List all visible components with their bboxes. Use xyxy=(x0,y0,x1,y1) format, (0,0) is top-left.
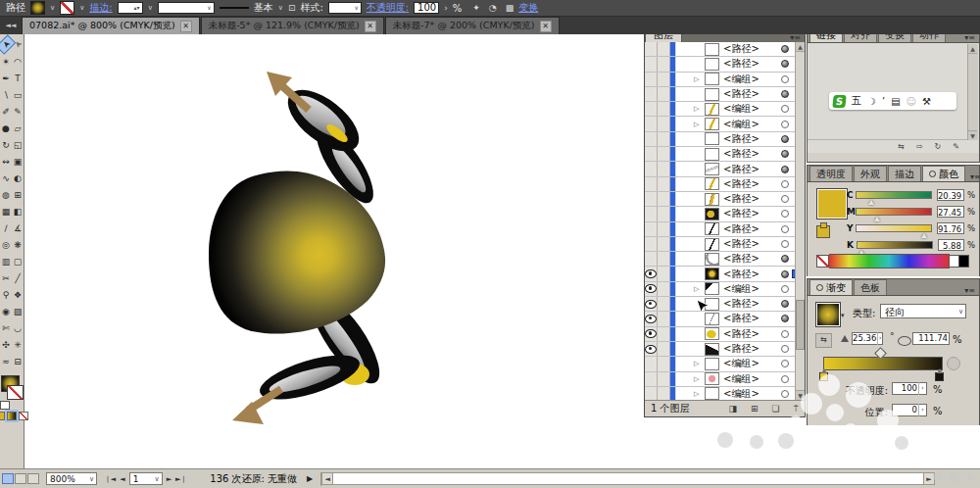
align-panel-icon[interactable]: ▩ xyxy=(506,3,514,13)
none-mode-button[interactable] xyxy=(19,412,28,420)
target-circle-icon[interactable] xyxy=(781,121,789,128)
visibility-cell[interactable] xyxy=(645,357,658,370)
channel-slider[interactable] xyxy=(856,191,931,199)
tool-hand[interactable]: ❖ xyxy=(12,286,24,303)
tool-print-tiling[interactable]: ⊟ xyxy=(12,353,24,369)
tool-wrinkle[interactable]: ≈ xyxy=(0,353,12,369)
scrollbar-track[interactable] xyxy=(333,472,923,485)
expand-triangle-icon[interactable]: ▷ xyxy=(694,390,705,398)
relink-icon[interactable]: ⇆ xyxy=(898,142,905,151)
document-tab-2[interactable]: 未标题-5* @ 121.9% (CMYK/预览)✕ xyxy=(201,17,384,34)
gradient-type-select[interactable]: 径向 ∨ xyxy=(880,304,966,318)
layer-row-main[interactable]: ▷<编组> xyxy=(676,372,805,386)
gradient-position-input[interactable]: 0› xyxy=(892,404,927,416)
layer-row[interactable]: ▷<路径> xyxy=(645,297,805,312)
visibility-cell[interactable] xyxy=(645,237,658,251)
channel-value-input[interactable]: 27.45 xyxy=(937,206,964,218)
tool-live-paint-bucket[interactable]: ◉ xyxy=(0,303,12,319)
layer-row[interactable]: ▷<路径> xyxy=(645,132,805,147)
edit-original-icon[interactable]: ✎ xyxy=(953,142,959,151)
layers-scrollbar[interactable]: ▲ ▼ xyxy=(795,42,805,400)
tool-eraser[interactable]: ▱ xyxy=(12,120,24,136)
lock-cell[interactable] xyxy=(658,237,670,251)
gradient-angle-input[interactable]: 25.36› xyxy=(852,332,883,345)
expand-triangle-icon[interactable]: ▷ xyxy=(694,375,705,383)
layers-panel-menu-icon[interactable]: ▾≡ xyxy=(786,33,805,42)
gradient-mode-button[interactable] xyxy=(7,412,17,420)
stroke-weight-stepper[interactable]: ▴▾ xyxy=(118,2,143,14)
last-artboard-icon[interactable]: ►❘ xyxy=(175,475,186,483)
target-circle-icon[interactable] xyxy=(781,315,789,322)
target-circle-icon[interactable] xyxy=(781,225,789,233)
panel-menu-icon[interactable]: ▾≡ xyxy=(960,286,979,295)
layer-row[interactable]: ▷<编组> xyxy=(645,117,805,131)
target-circle-icon[interactable] xyxy=(781,390,789,398)
target-circle-icon[interactable] xyxy=(781,180,789,188)
target-circle-icon[interactable] xyxy=(781,240,789,248)
tool-join[interactable]: ◡ xyxy=(12,319,24,336)
target-circle-icon[interactable] xyxy=(781,285,789,293)
visibility-cell[interactable] xyxy=(645,162,658,175)
layer-row[interactable]: ▷<路径> xyxy=(645,327,805,342)
ime-account-icon[interactable]: ☺ xyxy=(906,96,916,107)
layer-row-main[interactable]: ▷<路径> xyxy=(676,252,805,266)
visibility-cell[interactable] xyxy=(645,387,658,400)
layer-row[interactable]: ▷<路径> xyxy=(645,207,805,221)
visibility-cell[interactable] xyxy=(645,42,658,56)
tool-scissors[interactable]: ✄ xyxy=(0,319,12,336)
artboard-number-select[interactable]: 1 ∨ xyxy=(129,472,163,485)
isolate-icon[interactable]: ✦ xyxy=(472,3,480,13)
channel-value-input[interactable]: 5.88 xyxy=(938,239,964,251)
gradient-preset-dropdown-icon[interactable]: ▾ xyxy=(841,312,845,319)
target-circle-icon[interactable] xyxy=(781,375,789,383)
tab-gradient-2[interactable]: 色板 xyxy=(854,279,887,295)
status-popup-icon[interactable]: ▶ xyxy=(307,474,313,483)
visibility-cell[interactable] xyxy=(645,117,658,130)
gradient-stop-end[interactable] xyxy=(935,372,944,381)
eye-icon[interactable] xyxy=(645,315,657,323)
sogou-logo-icon[interactable]: S xyxy=(832,95,846,108)
opacity-input[interactable]: 100 xyxy=(414,2,439,14)
tool-paintbrush[interactable]: ✐ xyxy=(0,103,12,120)
scroll-up-icon[interactable]: ▲ xyxy=(968,44,977,54)
layer-row-main[interactable]: ▷<路径> xyxy=(676,222,805,236)
fill-proxy-icon[interactable] xyxy=(816,225,830,238)
screen-mode-fullscreen-button[interactable] xyxy=(27,473,39,484)
target-circle-icon[interactable] xyxy=(781,60,789,68)
layer-row-main[interactable]: ▷<编组> xyxy=(676,282,805,296)
document-tab-1[interactable]: 07082.ai* @ 800% (CMYK/预览)✕ xyxy=(22,17,200,34)
ime-moon-icon[interactable]: ☽ xyxy=(867,96,876,107)
target-circle-icon[interactable] xyxy=(781,135,789,143)
channel-slider[interactable] xyxy=(856,208,931,216)
tool-blend[interactable]: ◎ xyxy=(0,236,12,253)
lock-cell[interactable] xyxy=(658,222,670,236)
tool-width[interactable]: ↭ xyxy=(0,153,12,170)
black-swatch[interactable] xyxy=(959,255,969,268)
screen-mode-fullscreen-menu-button[interactable] xyxy=(15,473,26,484)
gradient-ratio-input[interactable]: 111.74 xyxy=(912,332,950,345)
layer-row[interactable]: ▷<路径> xyxy=(645,177,805,192)
tool-zoom[interactable]: ⚲ xyxy=(0,286,12,303)
layer-row-main[interactable]: ▷<路径> xyxy=(676,177,805,191)
go-to-link-icon[interactable]: ⇨ xyxy=(916,142,923,151)
lock-cell[interactable] xyxy=(658,297,670,311)
tool-rectangle[interactable]: ▭ xyxy=(12,86,24,103)
stroke-swatch[interactable] xyxy=(60,1,74,15)
sogou-ime-bar[interactable]: S 五 ☽ ’ ▤ ☺ ⚒ xyxy=(829,92,956,110)
layer-row-main[interactable]: ▷<路径> xyxy=(676,162,805,175)
lock-cell[interactable] xyxy=(658,102,670,116)
layer-row[interactable]: ▷<路径> xyxy=(645,162,805,176)
target-circle-icon[interactable] xyxy=(781,105,789,113)
visibility-cell[interactable] xyxy=(645,267,658,280)
ime-punctuation-icon[interactable]: ’ xyxy=(882,96,885,107)
gradient-opacity-input[interactable]: 100› xyxy=(892,382,927,395)
tool-puppet-warp[interactable]: ✣ xyxy=(0,336,12,353)
gradient-slider[interactable] xyxy=(823,357,943,370)
layer-row-main[interactable]: ▷<路径> xyxy=(676,147,805,161)
lock-cell[interactable] xyxy=(658,87,670,101)
tool-eyedropper[interactable]: ∕ xyxy=(0,220,12,236)
layer-row-main[interactable]: ▷<路径> xyxy=(676,87,805,101)
tool-artboard[interactable]: ▢ xyxy=(12,253,24,269)
expand-triangle-icon[interactable]: ▷ xyxy=(694,121,705,128)
layer-row[interactable]: ▷<编组> xyxy=(645,102,805,117)
